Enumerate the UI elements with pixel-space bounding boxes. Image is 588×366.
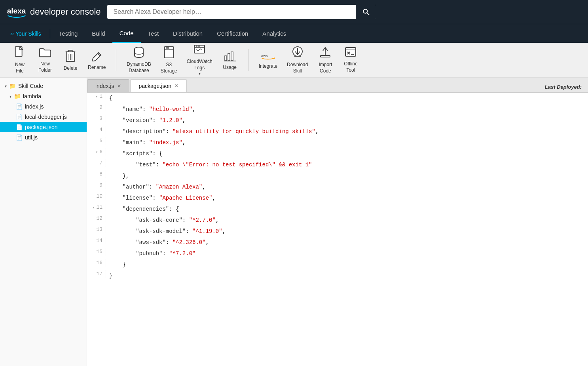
line-15-content: "pubnub": "^7.2.0" — [106, 248, 588, 259]
integrate-icon: aws — [261, 51, 275, 62]
svg-rect-19 — [198, 46, 200, 47]
line-16-content: } — [106, 259, 588, 270]
main-area: ▾ 📁 Skill Code ▾ 📁 lambda 📄 index.js 📄 l… — [0, 78, 588, 366]
file-tree: ▾ 📁 Skill Code ▾ 📁 lambda 📄 index.js 📄 l… — [0, 78, 87, 366]
tab-package-json[interactable]: package.json ✕ — [130, 79, 187, 92]
s3-button[interactable]: S3Storage — [157, 43, 181, 77]
code-line-12: 12 "ask-sdk-core": "^2.7.0", — [87, 215, 588, 226]
tree-item-package-json[interactable]: 📄 package.json — [0, 122, 87, 132]
last-deployed: Last Deployed: — [539, 82, 588, 92]
toolbar: NewFile NewFolder Delete — [0, 43, 588, 78]
line-5-content: "main": "index.js", — [106, 137, 588, 148]
tree-item-util-js[interactable]: 📄 util.js — [0, 132, 87, 143]
svg-rect-18 — [196, 46, 197, 47]
delete-icon — [65, 50, 76, 64]
cloudwatch-icon — [193, 44, 205, 57]
secondary-nav: ‹ ‹ Your Skills Testing Build Code Test … — [0, 24, 588, 43]
skill-code-arrow: ▾ — [5, 84, 7, 88]
search-icon — [362, 8, 370, 16]
s3-label: S3Storage — [161, 62, 177, 74]
line-7-content: "test": "echo \"Error: no test specified… — [106, 159, 588, 170]
fold-11[interactable]: ▾ — [92, 205, 95, 210]
integrate-button[interactable]: aws Integrate — [255, 48, 281, 72]
svg-rect-33 — [321, 55, 330, 57]
cloudwatch-label: CloudWatchLogs — [187, 59, 212, 71]
lambda-folder-icon: 📁 — [14, 93, 21, 99]
tab-bar: index.js ✕ package.json ✕ Last Deployed: — [87, 78, 588, 93]
line-11-content: "dependencies": { — [106, 204, 588, 215]
toolbar-divider-1 — [116, 49, 116, 71]
toolbar-divider-2 — [248, 49, 248, 71]
line-14-content: "aws-sdk": "^2.326.0", — [106, 237, 588, 248]
usage-button[interactable]: Usage — [218, 47, 242, 73]
dynamo-icon — [133, 46, 145, 60]
import-code-button[interactable]: ImportCode — [313, 43, 337, 77]
offline-tool-label: OfflineTool — [344, 61, 357, 73]
toolbar-group-file-ops: NewFile NewFolder Delete — [5, 43, 113, 77]
cloudwatch-button[interactable]: CloudWatchLogs ▾ — [183, 41, 216, 78]
svg-point-1 — [363, 9, 367, 13]
code-line-14: 14 "aws-sdk": "^2.326.0", — [87, 237, 588, 248]
svg-rect-23 — [225, 56, 227, 61]
nav-code[interactable]: Code — [112, 24, 141, 43]
line-3-content: "version": "1.2.0", — [106, 115, 588, 126]
new-folder-button[interactable]: NewFolder — [33, 44, 57, 76]
search-button[interactable] — [356, 5, 376, 19]
code-line-3: 3 "version": "1.2.0", — [87, 115, 588, 126]
nav-analytics[interactable]: Analytics — [255, 24, 293, 43]
code-line-8: 8 }, — [87, 170, 588, 181]
offline-tool-button[interactable]: ›_ OfflineTool — [339, 44, 362, 76]
code-editor[interactable]: ▾1 { 2 "name": "hello-world", 3 "version… — [87, 93, 588, 366]
code-line-7: 7 "test": "echo \"Error: no test specifi… — [87, 159, 588, 170]
rename-icon — [91, 50, 102, 63]
alexa-logo-icon: alexa — [6, 4, 27, 20]
tab-index-js-close[interactable]: ✕ — [117, 83, 121, 89]
code-line-10: 10 "license": "Apache License", — [87, 193, 588, 204]
dynamo-button[interactable]: DynamoDBDatabase — [123, 43, 155, 77]
new-folder-icon — [39, 47, 51, 59]
nav-distribution[interactable]: Distribution — [166, 24, 210, 43]
package-json-label: package.json — [25, 124, 58, 130]
your-skills-nav[interactable]: ‹ ‹ Your Skills — [3, 24, 48, 43]
tabs: index.js ✕ package.json ✕ — [87, 79, 188, 92]
fold-1[interactable]: ▾ — [95, 94, 98, 99]
tab-package-json-close[interactable]: ✕ — [175, 83, 178, 89]
fold-6[interactable]: ▾ — [95, 150, 98, 154]
nav-test[interactable]: Test — [141, 24, 166, 43]
offline-tool-icon: ›_ — [345, 47, 357, 59]
code-line-11: ▾11 "dependencies": { — [87, 204, 588, 215]
delete-button[interactable]: Delete — [59, 46, 82, 74]
download-skill-icon — [292, 46, 303, 60]
tree-item-lambda[interactable]: ▾ 📁 lambda — [0, 91, 87, 101]
code-line-1: ▾1 { — [87, 93, 588, 104]
svg-marker-28 — [274, 57, 275, 59]
svg-text:alexa: alexa — [7, 7, 26, 15]
tree-item-local-debugger[interactable]: 📄 local-debugger.js — [0, 112, 87, 122]
rename-button[interactable]: Rename — [84, 47, 110, 73]
svg-rect-7 — [68, 50, 72, 51]
nav-certification[interactable]: Certification — [210, 24, 255, 43]
code-line-16: 16 } — [87, 259, 588, 270]
tree-item-skill-code[interactable]: ▾ 📁 Skill Code — [0, 81, 87, 91]
nav-testing[interactable]: Testing — [52, 24, 85, 43]
rename-label: Rename — [88, 65, 106, 70]
skill-code-label: Skill Code — [18, 83, 43, 89]
code-line-13: 13 "ask-sdk-model": "^1.19.0", — [87, 226, 588, 237]
lambda-arrow: ▾ — [9, 94, 11, 99]
new-file-label: NewFile — [15, 62, 25, 74]
line-10-content: "license": "Apache License", — [106, 193, 588, 204]
tab-index-js[interactable]: index.js ✕ — [87, 79, 129, 92]
tree-item-index-js[interactable]: 📄 index.js — [0, 101, 87, 112]
line-17-content: } — [106, 270, 588, 281]
search-bar — [107, 5, 376, 19]
code-line-17: 17 } — [87, 270, 588, 281]
new-file-button[interactable]: NewFile — [8, 43, 32, 77]
dynamo-label: DynamoDBDatabase — [127, 61, 151, 74]
integrate-label: Integrate — [259, 63, 277, 69]
nav-build[interactable]: Build — [85, 24, 112, 43]
download-skill-label: DownloadSkill — [287, 62, 308, 74]
download-skill-button[interactable]: DownloadSkill — [283, 43, 312, 77]
line-4-content: "description": "alexa utility for quickl… — [106, 126, 588, 137]
usage-label: Usage — [223, 65, 237, 70]
search-input[interactable] — [107, 5, 356, 19]
